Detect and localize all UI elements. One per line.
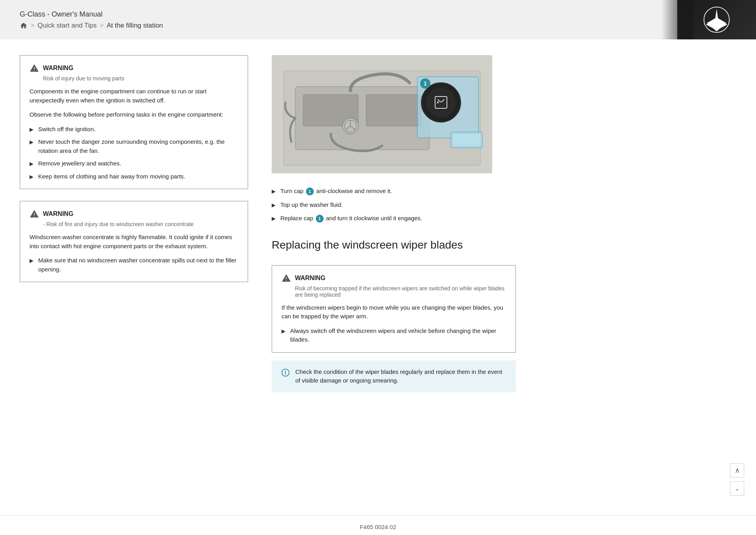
warning-bullets-3: ▶Always switch off the windscreen wipers… (282, 327, 506, 344)
breadcrumb-separator2: > (100, 22, 104, 29)
step-list: ▶ Turn cap 1 anti-clockwise and remove i… (272, 187, 736, 223)
bullet-arrow: ▶ (30, 257, 33, 265)
svg-text:1: 1 (424, 80, 427, 87)
scroll-controls: ∧ ⌄ (730, 463, 744, 496)
manual-title: G-Class - Owner's Manual (20, 10, 658, 19)
section-heading: Replacing the windscreen wiper blades (272, 239, 736, 251)
bullet-text: Always switch off the windscreen wipers … (290, 327, 506, 344)
bullet-text: Keep items of clothing and hair away fro… (38, 172, 185, 181)
step-text-3: Replace cap 1 and turn it clockwise unti… (280, 214, 422, 223)
warning-box-2: WARNING - Risk of fire and injury due to… (20, 201, 248, 282)
warning-header-3: WARNING (282, 273, 506, 283)
footer-code: F465 0024 02 (360, 524, 397, 530)
warning-subtitle-1: Risk of injury due to moving parts (43, 75, 238, 82)
bullet-text: Never touch the danger zone surrounding … (38, 137, 238, 155)
left-column: WARNING Risk of injury due to moving par… (20, 55, 248, 500)
bullet-arrow: ▶ (272, 188, 276, 195)
warning-text-3a: If the windscreen wipers begin to move w… (282, 303, 506, 321)
engine-bay-image: 1 (272, 55, 492, 173)
bullet-arrow: ▶ (30, 173, 33, 181)
info-box: Check the condition of the wiper blades … (272, 360, 516, 392)
list-item: ▶ Top up the washer fluid. (272, 201, 736, 210)
scroll-up-button[interactable]: ∧ (730, 463, 744, 477)
info-text: Check the condition of the wiper blades … (295, 368, 506, 385)
warning-box-3: WARNING Risk of becoming trapped if the … (272, 265, 516, 353)
step-text-2: Top up the washer fluid. (280, 201, 343, 210)
list-item: ▶Switch off the ignition. (30, 125, 238, 134)
warning-header-1: WARNING (30, 63, 238, 73)
header-content: G-Class - Owner's Manual > Quick start a… (0, 0, 677, 39)
list-item: ▶Never touch the danger zone surrounding… (30, 137, 238, 155)
cap-badge-2: 1 (316, 215, 324, 223)
bullet-arrow: ▶ (30, 126, 33, 134)
warning-text-2a: Windscreen washer concentrate is highly … (30, 233, 238, 251)
warning-title-1: WARNING (43, 65, 73, 72)
list-item: ▶Keep items of clothing and hair away fr… (30, 172, 238, 181)
warning-bullets-2: ▶Make sure that no windscreen washer con… (30, 256, 238, 274)
step-text-1: Turn cap 1 anti-clockwise and remove it. (280, 187, 392, 196)
list-item: ▶Always switch off the windscreen wipers… (282, 327, 506, 344)
bullet-text: Switch off the ignition. (38, 125, 96, 134)
image-container: 1 (272, 55, 492, 175)
breadcrumb-quickstart[interactable]: Quick start and Tips (37, 22, 96, 30)
warning-icon-2 (30, 209, 39, 219)
bullet-arrow: ▶ (30, 160, 33, 168)
svg-rect-9 (366, 95, 421, 126)
warning-subtitle-2: - Risk of fire and injury due to windscr… (43, 221, 238, 227)
warning-bullets-1: ▶Switch off the ignition. ▶Never touch t… (30, 125, 238, 181)
warning-title-3: WARNING (295, 275, 325, 282)
svg-rect-22 (453, 134, 480, 146)
bullet-arrow: ▶ (30, 138, 33, 146)
warning-text-1b: Observe the following before performing … (30, 110, 238, 119)
warning-icon-1 (30, 63, 39, 73)
home-icon[interactable] (20, 22, 28, 30)
breadcrumb: > Quick start and Tips > At the filling … (20, 22, 658, 30)
right-column: 1 ▶ Turn cap 1 anti-clockwise and remove… (272, 55, 736, 500)
warning-icon-3 (282, 273, 291, 283)
svg-point-26 (285, 371, 286, 372)
list-item: ▶ Turn cap 1 anti-clockwise and remove i… (272, 187, 736, 196)
page-footer: F465 0024 02 (0, 515, 756, 535)
main-content: WARNING Risk of injury due to moving par… (0, 39, 756, 515)
warning-subtitle-3: Risk of becoming trapped if the windscre… (295, 285, 506, 298)
warning-box-1: WARNING Risk of injury due to moving par… (20, 55, 248, 189)
mercedes-logo (703, 6, 730, 33)
warning-title-2: WARNING (43, 210, 73, 217)
list-item: ▶ Replace cap 1 and turn it clockwise un… (272, 214, 736, 223)
svg-point-17 (426, 87, 456, 117)
list-item: ▶Make sure that no windscreen washer con… (30, 256, 238, 274)
cap-badge-1: 1 (306, 188, 314, 195)
bullet-arrow: ▶ (272, 215, 276, 223)
page-header: G-Class - Owner's Manual > Quick start a… (0, 0, 756, 39)
bullet-arrow: ▶ (272, 201, 276, 209)
bullet-text: Make sure that no windscreen washer conc… (38, 256, 238, 274)
warning-text-1a: Components in the engine compartment can… (30, 87, 238, 105)
list-item: ▶Remove jewellery and watches. (30, 159, 238, 168)
logo-area (677, 0, 756, 39)
scroll-down-button[interactable]: ⌄ (730, 481, 744, 496)
info-icon (281, 368, 290, 377)
breadcrumb-separator1: > (31, 22, 34, 29)
bullet-arrow: ▶ (282, 327, 285, 335)
breadcrumb-current: At the filling station (107, 22, 163, 30)
bullet-text: Remove jewellery and watches. (38, 159, 121, 168)
warning-header-2: WARNING (30, 209, 238, 219)
